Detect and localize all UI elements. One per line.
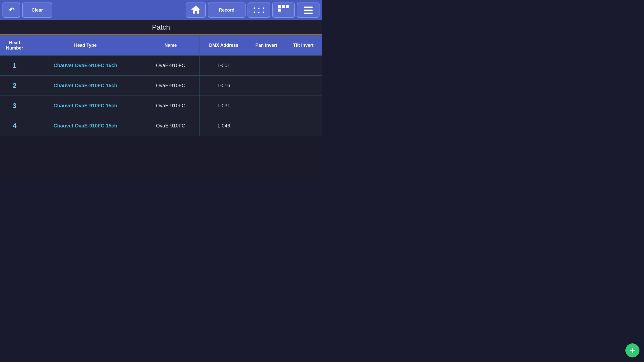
back-icon: ↶: [9, 6, 14, 14]
table-area: Head Number Head Type Name DMX Address P…: [0, 35, 322, 181]
cell-dmx-address: 1-031: [199, 96, 248, 116]
svg-marker-0: [191, 6, 200, 14]
page-title: Patch: [152, 23, 170, 31]
patch-table: Head Number Head Type Name DMX Address P…: [0, 35, 322, 136]
menu-icon: [303, 6, 313, 14]
cell-head-type: Chauvet OvaE-910FC 15ch: [29, 76, 142, 96]
cell-tilt-invert: [285, 76, 322, 96]
up-arrows-button[interactable]: ▲ ▲ ▲ ▲ ▲ ▲: [248, 3, 270, 18]
cell-pan-invert: [248, 76, 285, 96]
cell-name: OvaE-910FC: [142, 96, 199, 116]
table-row[interactable]: 1Chauvet OvaE-910FC 15chOvaE-910FC1-001: [0, 56, 322, 76]
cell-head-type: Chauvet OvaE-910FC 15ch: [29, 96, 142, 116]
col-dmx-address: DMX Address: [199, 35, 248, 56]
cell-head-number: 1: [0, 56, 29, 76]
menu-button[interactable]: [297, 3, 319, 18]
col-head-number: Head Number: [0, 35, 29, 56]
grid-icon: [277, 4, 290, 16]
page-title-area: Patch: [0, 20, 322, 35]
col-head-type: Head Type: [29, 35, 142, 56]
table-row[interactable]: 3Chauvet OvaE-910FC 15chOvaE-910FC1-031: [0, 96, 322, 116]
record-label: Record: [219, 8, 234, 13]
cell-tilt-invert: [285, 116, 322, 136]
cell-pan-invert: [248, 56, 285, 76]
home-button[interactable]: [186, 3, 206, 18]
up-arrows-icon: ▲ ▲ ▲ ▲ ▲ ▲: [253, 6, 265, 14]
cell-pan-invert: [248, 116, 285, 136]
cell-name: OvaE-910FC: [142, 116, 199, 136]
table-row[interactable]: 4Chauvet OvaE-910FC 15chOvaE-910FC1-046: [0, 116, 322, 136]
back-button[interactable]: ↶: [3, 3, 20, 18]
clear-button[interactable]: Clear: [22, 3, 52, 18]
col-tilt-invert: Tilt Invert: [285, 35, 322, 56]
home-icon: [191, 5, 201, 16]
col-name: Name: [142, 35, 199, 56]
table-row[interactable]: 2Chauvet OvaE-910FC 15chOvaE-910FC1-016: [0, 76, 322, 96]
cell-head-number: 3: [0, 96, 29, 116]
col-pan-invert: Pan Invert: [248, 35, 285, 56]
clear-label: Clear: [31, 8, 43, 13]
toolbar: ↶ Clear Record ▲ ▲ ▲ ▲ ▲ ▲: [0, 0, 322, 20]
cell-dmx-address: 1-001: [199, 56, 248, 76]
cell-dmx-address: 1-016: [199, 76, 248, 96]
cell-name: OvaE-910FC: [142, 76, 199, 96]
cell-head-type: Chauvet OvaE-910FC 15ch: [29, 56, 142, 76]
cell-dmx-address: 1-046: [199, 116, 248, 136]
record-button[interactable]: Record: [208, 3, 246, 18]
cell-pan-invert: [248, 96, 285, 116]
cell-tilt-invert: [285, 96, 322, 116]
cell-tilt-invert: [285, 56, 322, 76]
cell-head-number: 2: [0, 76, 29, 96]
cell-name: OvaE-910FC: [142, 56, 199, 76]
cell-head-number: 4: [0, 116, 29, 136]
table-header-row: Head Number Head Type Name DMX Address P…: [0, 35, 322, 56]
cell-head-type: Chauvet OvaE-910FC 15ch: [29, 116, 142, 136]
grid-view-button[interactable]: [272, 3, 295, 18]
